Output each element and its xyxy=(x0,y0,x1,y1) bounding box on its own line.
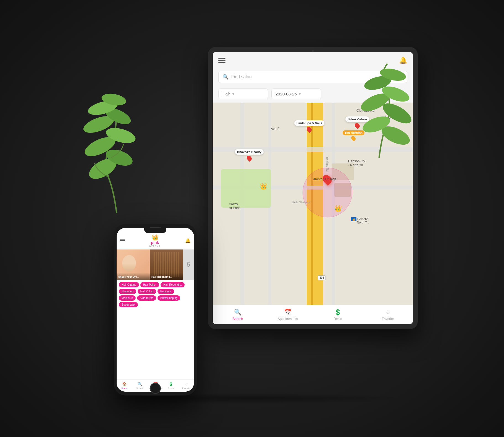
map-area-label: Ave E xyxy=(271,127,280,131)
map-pin-linda[interactable]: Linda Spa & Nails xyxy=(294,120,324,132)
tablet-nav-favorite[interactable]: ♡ Favorite xyxy=(363,305,413,324)
tablet-date-filter[interactable]: 2020-08-25 ▾ xyxy=(271,89,321,99)
tag-pedicure[interactable]: Pedicure xyxy=(158,289,174,294)
favorite-nav-label: Favorite xyxy=(382,317,394,321)
phone-notch xyxy=(144,228,166,233)
phone-nav-search[interactable]: 🔍 Search xyxy=(132,381,148,391)
tag-manicure[interactable]: Manicure xyxy=(119,295,136,301)
appointments-nav-label: Appointments xyxy=(278,317,298,321)
tablet-menu-button[interactable] xyxy=(218,58,225,63)
phone-nav-home[interactable]: 🏠 Home xyxy=(117,381,132,391)
phone-banner-shape[interactable]: Shape Your Eve... xyxy=(117,249,150,280)
map-crown-2[interactable]: 👑 xyxy=(334,205,342,212)
date-chevron-icon: ▾ xyxy=(299,92,301,96)
tablet-nav-search[interactable]: 🔍 Search xyxy=(213,305,263,324)
category-chevron-icon: ▾ xyxy=(232,92,234,96)
crown-icon: 👑 xyxy=(152,234,159,241)
tag-super-wax[interactable]: Super Wax xyxy=(119,302,138,307)
favorite-nav-icon: ♡ xyxy=(385,309,391,316)
phone-banners: Shape Your Eve... Hair Rebonding... 5 xyxy=(117,249,194,280)
home-label: Home xyxy=(121,387,127,389)
tablet-nav-deals[interactable]: 💲 Deals xyxy=(313,305,363,324)
tag-brow-shaping[interactable]: Brow Shaping xyxy=(158,295,180,301)
banner-extra-count: 5 xyxy=(187,261,190,268)
pin-label-linda: Linda Spa & Nails xyxy=(294,120,324,126)
phone-screen: 👑 pink avenue 🔔 Shape Your Eve... xyxy=(117,228,194,392)
phone-content-spacer xyxy=(117,308,194,379)
banner-title-rebonding: Hair Rebonding... xyxy=(151,275,172,278)
phone-search-label: Search xyxy=(136,387,143,389)
map-lambton-label: Lambton College xyxy=(311,177,337,181)
plant-right-decoration xyxy=(357,53,434,163)
deals-nav-label: Deals xyxy=(334,317,342,321)
phone-device: 👑 pink avenue 🔔 Shape Your Eve... xyxy=(114,224,197,396)
home-icon: 🏠 xyxy=(122,382,127,386)
scene: 🔔 🔍 Find salon ≡ Hair ▾ 2020-08-25 ▾ xyxy=(86,25,418,412)
phone-search-icon: 🔍 xyxy=(138,382,142,386)
phone-banner-extra[interactable]: 5 xyxy=(183,249,194,280)
search-nav-icon: 🔍 xyxy=(234,309,242,316)
search-nav-label: Search xyxy=(232,317,243,321)
phone-favorite-icon: ♡ xyxy=(185,382,188,386)
tag-hair-cutting[interactable]: Hair Cutting xyxy=(119,282,139,287)
deals-nav-icon: 💲 xyxy=(334,309,342,316)
appointments-nav-icon: 📅 xyxy=(284,309,292,316)
brand-name: pink xyxy=(151,241,159,244)
pin-label-bhavna: Bhavna's Beauty xyxy=(235,149,264,155)
map-crown-1[interactable]: 👑 xyxy=(260,183,267,190)
phone-menu-button[interactable] xyxy=(120,238,125,243)
map-park-label: rkwayst Park xyxy=(229,202,240,210)
phone-nav-deals[interactable]: 💲 Deals xyxy=(163,381,179,391)
phone-banner-rebonding[interactable]: Hair Rebonding... xyxy=(150,249,183,280)
map-yorkland-label: Yorkland Rd xyxy=(326,157,329,171)
phone-home-button[interactable] xyxy=(150,383,161,394)
tablet-nav-appointments[interactable]: 📅 Appointments xyxy=(263,305,313,324)
phone-nav-favorite[interactable]: ♡ Favorite xyxy=(179,381,194,391)
plant-left-decoration xyxy=(75,80,158,218)
tag-hair-rebondi[interactable]: Hair Rebondi... xyxy=(161,282,185,287)
tag-shampoo[interactable]: Shampoo xyxy=(119,289,136,294)
banner-title-shape: Shape Your Eve... xyxy=(118,275,139,278)
map-porsche-label: 🔒 Porsche North T... xyxy=(351,217,369,224)
tablet-bottom-nav: 🔍 Search 📅 Appointments 💲 Deals ♡ Favori… xyxy=(213,305,413,324)
tag-side-burns[interactable]: Side Burns xyxy=(137,295,156,301)
phone-deals-label: Deals xyxy=(168,387,174,389)
phone-bell-icon[interactable]: 🔔 xyxy=(185,238,191,243)
phone-favorite-label: Favorite xyxy=(182,387,190,389)
phone-deals-icon: 💲 xyxy=(169,382,173,386)
map-pin-bhavna[interactable]: Bhavna's Beauty xyxy=(235,149,264,161)
map-stella-label: Stella Stairway xyxy=(292,201,310,204)
brand-tagline: avenue xyxy=(149,244,161,247)
tablet-search-icon: 🔍 xyxy=(222,74,229,80)
phone-service-tags: Hair Cutting Hair Polish Hair Rebondi...… xyxy=(117,280,194,308)
tag-hair-polish[interactable]: Hair Polish xyxy=(140,282,159,287)
tablet-category-filter[interactable]: Hair ▾ xyxy=(218,89,268,99)
phone-logo: 👑 pink avenue xyxy=(149,234,161,247)
tag-nail-polish[interactable]: Nail Polish xyxy=(138,289,156,294)
